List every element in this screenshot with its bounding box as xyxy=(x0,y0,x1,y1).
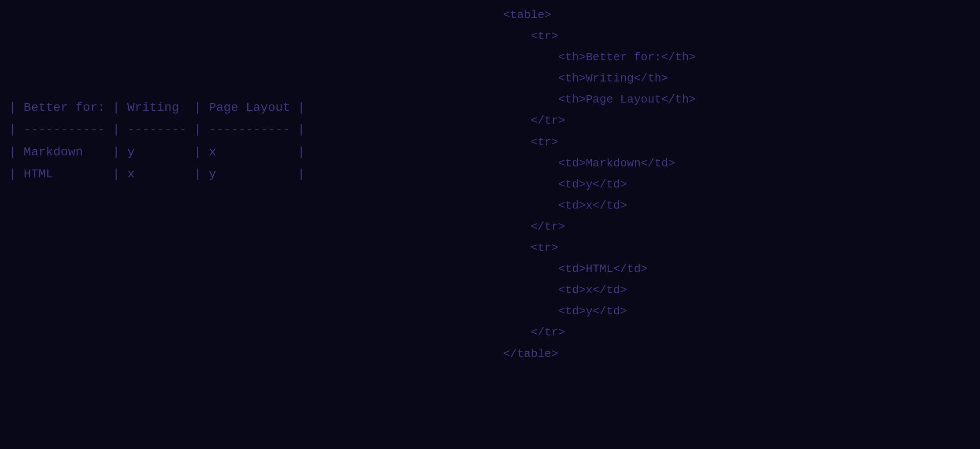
left-panel: | Better for: | Writing | Page Layout | … xyxy=(0,0,490,449)
right-panel: <table> <tr> <th>Better for:</th> <th>Wr… xyxy=(490,0,980,449)
markdown-table: | Better for: | Writing | Page Layout | … xyxy=(9,97,481,186)
code-block: <table> <tr> <th>Better for:</th> <th>Wr… xyxy=(503,4,967,364)
screen: | Better for: | Writing | Page Layout | … xyxy=(0,0,980,449)
